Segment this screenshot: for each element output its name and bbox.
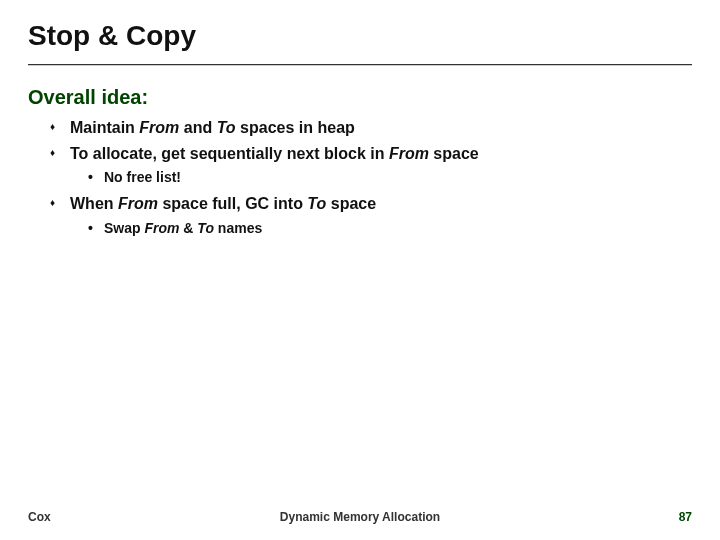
- bullet2-post: space: [429, 145, 479, 162]
- bullet3-sub1-mid: &: [179, 220, 197, 236]
- bullet-item-2: To allocate, get sequentially next block…: [50, 143, 692, 187]
- footer-page-number: 87: [679, 510, 692, 524]
- bullet3-sub-item-1: Swap From & To names: [88, 219, 692, 238]
- bullet3-mid: space full, GC into: [158, 195, 307, 212]
- bullet1-mid: and: [179, 119, 216, 136]
- bullet-item-1: Maintain From and To spaces in heap: [50, 117, 692, 139]
- bullet3-sublist: Swap From & To names: [88, 219, 692, 238]
- bullet3-em1: From: [118, 195, 158, 212]
- bullet3-sub1-post: names: [214, 220, 262, 236]
- bullet1-pre: Maintain: [70, 119, 139, 136]
- bullet1-post: spaces in heap: [236, 119, 355, 136]
- slide-title: Stop & Copy: [28, 20, 196, 52]
- bullet2-pre: To allocate, get sequentially next block…: [70, 145, 389, 162]
- bullet3-sub1-pre: Swap: [104, 220, 144, 236]
- slide-container: Stop & Copy Overall idea: Maintain From …: [0, 0, 720, 540]
- bullet3-em2: To: [307, 195, 326, 212]
- bullet2-sublist: No free list!: [88, 168, 692, 187]
- bullet3-sub1-em2: To: [197, 220, 214, 236]
- bullet3-pre: When: [70, 195, 118, 212]
- bullet3-post: space: [326, 195, 376, 212]
- slide-body: Overall idea: Maintain From and To space…: [28, 86, 692, 244]
- subheading: Overall idea:: [28, 86, 692, 109]
- bullet-item-3: When From space full, GC into To space S…: [50, 193, 692, 237]
- bullet2-sub-item-1: No free list!: [88, 168, 692, 187]
- bullet1-em2: To: [217, 119, 236, 136]
- title-underline: [28, 64, 692, 66]
- bullet3-sub1-em1: From: [144, 220, 179, 236]
- bullet1-em1: From: [139, 119, 179, 136]
- bullet-list: Maintain From and To spaces in heap To a…: [50, 117, 692, 238]
- bullet2-em: From: [389, 145, 429, 162]
- footer-title: Dynamic Memory Allocation: [28, 510, 692, 524]
